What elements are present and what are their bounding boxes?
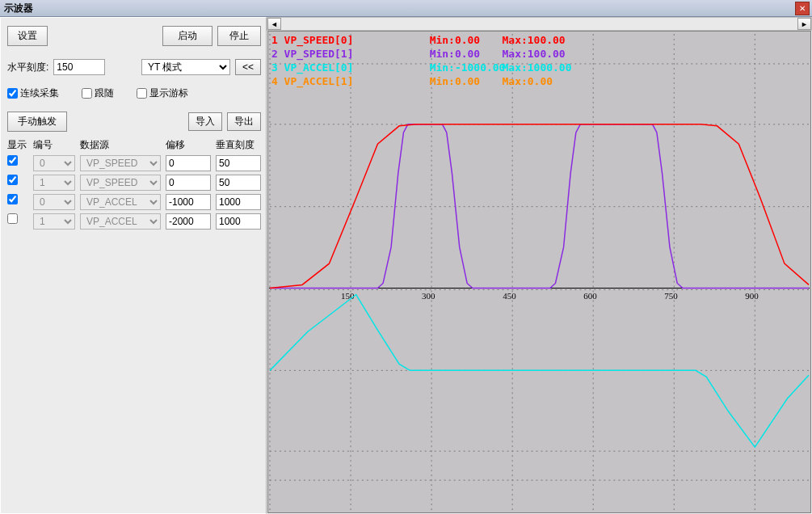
window-title: 示波器 [2, 2, 795, 15]
channel-row: 1VP_ACCEL [7, 213, 261, 230]
control-panel: 设置 启动 停止 水平刻度: YT 模式 << 连续采集 跟随 显示游标 手动触… [0, 17, 267, 514]
svg-text:Max:100.00: Max:100.00 [503, 48, 566, 60]
export-button[interactable]: 导出 [227, 112, 261, 131]
title-bar: 示波器 ✕ [0, 0, 812, 17]
svg-text:Min:0.00: Min:0.00 [430, 34, 481, 46]
channel-vscale[interactable] [216, 213, 261, 230]
svg-text:750: 750 [664, 292, 678, 301]
horiz-scale-label: 水平刻度: [7, 61, 48, 74]
svg-text:600: 600 [583, 292, 597, 301]
svg-text:Max:100.00: Max:100.00 [503, 34, 566, 46]
import-button[interactable]: 导入 [188, 112, 222, 131]
channel-source[interactable]: VP_SPEED [80, 175, 161, 191]
settings-button[interactable]: 设置 [7, 26, 48, 46]
channel-source[interactable]: VP_ACCEL [80, 213, 161, 230]
scroll-track[interactable] [281, 18, 797, 30]
close-button[interactable]: ✕ [795, 2, 810, 15]
svg-text:150: 150 [341, 292, 355, 301]
mode-select[interactable]: YT 模式 [141, 59, 230, 75]
svg-text:300: 300 [422, 292, 435, 301]
channel-row: 1VP_SPEED [7, 175, 261, 191]
channel-row: 0VP_ACCEL [7, 194, 261, 210]
col-source: 数据源 [80, 138, 161, 152]
svg-text:3 VP_ACCEL[0]: 3 VP_ACCEL[0] [271, 61, 354, 74]
chart-panel: ◄ ► 150300450600750900 1 VP_SPEED[0]Min:… [267, 17, 812, 514]
svg-text:Max:1000.00: Max:1000.00 [503, 61, 572, 74]
horizontal-scrollbar[interactable]: ◄ ► [267, 17, 812, 31]
channel-offset[interactable] [166, 194, 211, 210]
col-vscale: 垂直刻度 [216, 138, 261, 152]
svg-text:450: 450 [503, 292, 516, 301]
manual-trigger-button[interactable]: 手动触发 [7, 112, 67, 132]
scroll-left-icon[interactable]: ◄ [267, 18, 281, 30]
svg-text:Min:0.00: Min:0.00 [430, 48, 481, 60]
channel-vscale[interactable] [216, 194, 261, 210]
svg-rect-0 [268, 32, 810, 512]
channel-vscale[interactable] [216, 175, 261, 191]
continuous-checkbox[interactable]: 连续采集 [7, 86, 59, 100]
workspace: 设置 启动 停止 水平刻度: YT 模式 << 连续采集 跟随 显示游标 手动触… [0, 17, 812, 514]
channel-enable[interactable] [7, 175, 28, 191]
chart-area: 150300450600750900 1 VP_SPEED[0]Min:0.00… [267, 31, 811, 513]
follow-checkbox[interactable]: 跟随 [82, 86, 114, 100]
col-index: 编号 [33, 138, 75, 152]
channel-offset[interactable] [166, 155, 211, 171]
svg-text:Max:0.00: Max:0.00 [503, 75, 553, 87]
channel-row: 0VP_SPEED [7, 155, 261, 171]
svg-text:900: 900 [745, 292, 759, 301]
channel-offset[interactable] [166, 175, 211, 191]
start-button[interactable]: 启动 [162, 26, 212, 46]
svg-text:1 VP_SPEED[0]: 1 VP_SPEED[0] [271, 34, 354, 47]
channel-vscale[interactable] [216, 155, 261, 171]
svg-text:Min:0.00: Min:0.00 [430, 75, 481, 87]
show-cursor-checkbox[interactable]: 显示游标 [137, 86, 188, 100]
channel-source[interactable]: VP_ACCEL [80, 194, 161, 210]
channel-offset[interactable] [166, 213, 211, 230]
channel-index[interactable]: 0 [33, 155, 75, 171]
channel-index[interactable]: 1 [33, 213, 75, 230]
horiz-scale-input[interactable] [53, 59, 105, 75]
channels-table: 显示 编号 数据源 偏移 垂直刻度 [7, 138, 261, 152]
svg-text:2 VP_SPEED[1]: 2 VP_SPEED[1] [271, 48, 354, 61]
channel-enable[interactable] [7, 155, 28, 171]
col-offset: 偏移 [166, 138, 211, 152]
channel-enable[interactable] [7, 213, 28, 230]
svg-text:Min:-1000.00: Min:-1000.00 [430, 61, 506, 74]
col-show: 显示 [7, 138, 28, 152]
channel-index[interactable]: 0 [33, 194, 75, 210]
oscilloscope-chart: 150300450600750900 1 VP_SPEED[0]Min:0.00… [268, 32, 810, 512]
collapse-button[interactable]: << [235, 59, 261, 75]
channel-index[interactable]: 1 [33, 175, 75, 191]
channel-source[interactable]: VP_SPEED [80, 155, 161, 171]
channel-enable[interactable] [7, 194, 28, 210]
stop-button[interactable]: 停止 [217, 26, 261, 46]
svg-text:4 VP_ACCEL[1]: 4 VP_ACCEL[1] [271, 75, 354, 88]
scroll-right-icon[interactable]: ► [797, 18, 811, 30]
